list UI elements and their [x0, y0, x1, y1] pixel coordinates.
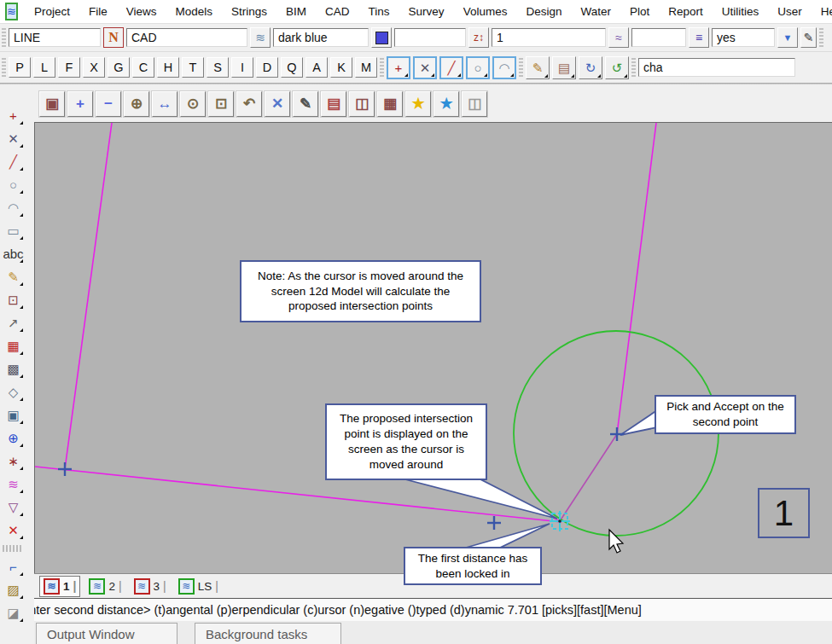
snap-letter-button[interactable]: X: [83, 57, 105, 78]
plot-view-button[interactable]: ▤: [321, 91, 346, 117]
polygon-tool[interactable]: ◇: [3, 382, 24, 402]
create-line-tool[interactable]: ╱: [3, 152, 24, 171]
pan-button[interactable]: ↔: [152, 91, 177, 117]
pane-layout-button[interactable]: ◫: [462, 91, 487, 117]
create-text-tool[interactable]: abc: [3, 244, 24, 264]
snap-letter-button[interactable]: M: [355, 57, 377, 78]
tinable-dropdown-button[interactable]: ▼: [777, 27, 798, 48]
favourites-yellow-star-button[interactable]: ★: [405, 91, 431, 117]
shield-tool[interactable]: ▽: [3, 497, 24, 517]
snap-letter-button[interactable]: L: [33, 57, 55, 78]
snap-letter-button[interactable]: C: [132, 57, 154, 78]
toolbar-grip[interactable]: [2, 58, 6, 77]
plot-sheet-tool[interactable]: ▨: [3, 580, 24, 600]
string-colour-tool[interactable]: ≋: [3, 474, 24, 494]
image-tool[interactable]: ▣: [3, 405, 24, 425]
snap-letter-button[interactable]: K: [330, 57, 352, 78]
menu-item[interactable]: Plot: [620, 5, 659, 18]
snap-letter-button[interactable]: P: [9, 57, 31, 78]
locate-point-tool[interactable]: ⊡: [3, 290, 24, 310]
model-input[interactable]: [126, 28, 247, 47]
translate-string-button[interactable]: ↺: [605, 56, 629, 79]
models-button[interactable]: ▦: [377, 91, 403, 117]
view-tab-3[interactable]: ≋3|: [131, 577, 170, 596]
snippet-tool[interactable]: ◪: [3, 603, 24, 623]
snap-letter-button[interactable]: I: [231, 57, 253, 78]
toolbar-grip[interactable]: [819, 28, 823, 47]
toolbar-grip[interactable]: [631, 58, 636, 77]
line-snap-button[interactable]: ╱: [439, 56, 463, 79]
circle-snap-button[interactable]: ○: [466, 56, 490, 79]
menu-item[interactable]: CAD: [316, 5, 359, 18]
zoom-out-button[interactable]: −: [96, 91, 121, 117]
table-tool[interactable]: ▦: [3, 336, 24, 356]
view-tab-2[interactable]: ≋2|: [85, 577, 125, 596]
toolbar-grip[interactable]: [2, 28, 6, 47]
menu-item[interactable]: Models: [166, 5, 222, 18]
edit-string-button[interactable]: ✎: [526, 56, 550, 79]
create-circle-tool[interactable]: ○: [3, 175, 24, 194]
height-z-icon[interactable]: z↕: [468, 27, 489, 48]
kerb-tool[interactable]: ⌐: [3, 557, 24, 577]
measure-tool[interactable]: ↗: [3, 313, 24, 333]
menu-item[interactable]: File: [79, 5, 117, 18]
menu-item[interactable]: User: [768, 5, 812, 18]
snap-line-tool[interactable]: ∗: [3, 451, 24, 471]
zoom-previous-button[interactable]: ↶: [236, 91, 262, 117]
menu-item[interactable]: Design: [516, 5, 571, 18]
delete-tool[interactable]: ✕: [3, 520, 24, 540]
function-name-button[interactable]: N: [103, 27, 124, 48]
tinable-input[interactable]: [712, 28, 775, 47]
eyedropper-button[interactable]: ✎: [800, 27, 817, 48]
menu-item[interactable]: Project: [25, 5, 79, 18]
view-tab-1[interactable]: ≋1|: [39, 576, 80, 597]
view-tab-ls[interactable]: ≋LS|: [175, 577, 222, 596]
string-inquire-button[interactable]: ▤: [552, 56, 576, 79]
menu-item[interactable]: Strings: [222, 5, 276, 18]
snap-letter-button[interactable]: H: [157, 57, 179, 78]
menu-item[interactable]: Help: [812, 5, 832, 18]
snap-letter-button[interactable]: T: [182, 57, 204, 78]
toolbar-grip[interactable]: [3, 545, 23, 552]
zoom-in-button[interactable]: +: [67, 91, 93, 117]
command-input[interactable]: [638, 58, 795, 77]
zoom-window-button[interactable]: ⊡: [208, 91, 234, 117]
toolbar-grip[interactable]: [519, 58, 523, 77]
intersect-tool[interactable]: ✕: [3, 129, 24, 148]
toolbar-grip[interactable]: [380, 58, 384, 77]
height-input[interactable]: [394, 28, 466, 47]
menu-item[interactable]: BIM: [276, 5, 316, 18]
favourites-blue-star-button[interactable]: ★: [433, 91, 459, 117]
menu-item[interactable]: Tins: [359, 5, 399, 18]
snap-letter-button[interactable]: F: [58, 57, 80, 78]
menu-item[interactable]: Views: [117, 5, 166, 18]
menu-item[interactable]: Water: [571, 5, 620, 18]
snap-letter-button[interactable]: A: [305, 57, 328, 78]
arc-snap-button[interactable]: ◠: [492, 56, 516, 79]
menu-item[interactable]: Survey: [399, 5, 454, 18]
create-symbol-tool[interactable]: ✎: [3, 267, 24, 287]
zoom-extents-button[interactable]: ⊕: [124, 91, 149, 117]
linestyle-input[interactable]: [631, 28, 686, 47]
line-weight-input[interactable]: [492, 28, 606, 47]
menu-item[interactable]: Volumes: [454, 5, 517, 18]
background-tasks-tab[interactable]: Background tasks: [195, 623, 341, 644]
tin-wave-icon[interactable]: ≈: [608, 27, 629, 48]
point-snap-button[interactable]: +: [387, 56, 410, 79]
snap-letter-button[interactable]: Q: [281, 57, 303, 78]
output-window-tab[interactable]: Output Window: [36, 623, 177, 644]
snap-letter-button[interactable]: G: [108, 57, 130, 78]
recalc-string-button[interactable]: ↻: [579, 56, 602, 79]
copy-view-button[interactable]: ◫: [349, 91, 375, 117]
linestyle-list-icon[interactable]: ≡: [689, 27, 709, 48]
zoom-dynamic-button[interactable]: ⊙: [180, 91, 206, 117]
create-arc-tool[interactable]: ◠: [3, 198, 24, 218]
redraw-button[interactable]: ✎: [293, 91, 318, 117]
menu-item[interactable]: Report: [659, 5, 713, 18]
create-rectangle-tool[interactable]: ▭: [3, 221, 24, 241]
move-tool[interactable]: ⊕: [3, 428, 24, 448]
new-view-button[interactable]: ▣: [39, 91, 65, 117]
colour-input[interactable]: [273, 28, 369, 47]
colour-swatch-button[interactable]: [371, 27, 392, 48]
refresh-button[interactable]: ✕: [265, 91, 290, 117]
